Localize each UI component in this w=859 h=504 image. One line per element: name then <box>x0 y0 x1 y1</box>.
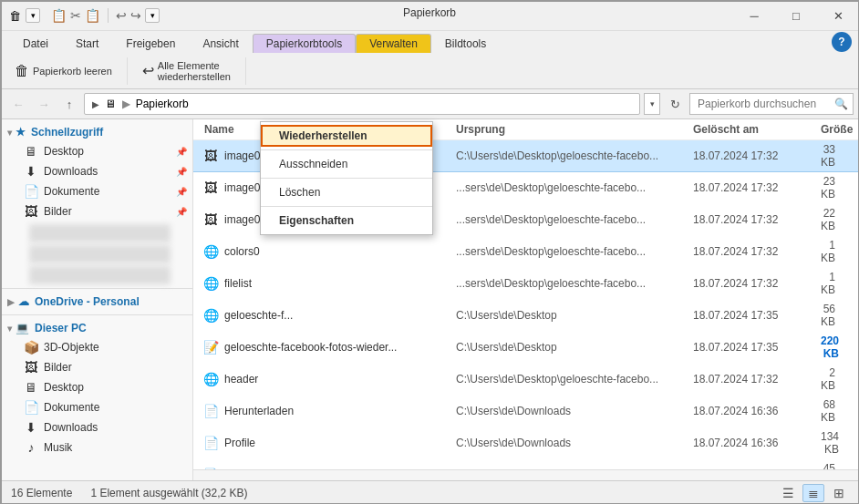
table-row[interactable]: 🌐 header C:\Users\de\Desktop\geloeschte-… <box>193 364 859 396</box>
table-row[interactable]: 🌐 filelist ...sers\de\Desktop\geloeschte… <box>193 268 859 300</box>
col-header-deleted[interactable]: Gelöscht am <box>693 123 821 136</box>
file-name: geloeschte-facebook-fotos-wieder... <box>224 341 456 354</box>
file-deleted: 18.07.2024 17:35 <box>693 309 821 322</box>
tb-dropdown[interactable]: ▾ <box>145 8 160 23</box>
maximize-button[interactable]: □ <box>775 2 817 30</box>
view-large-button[interactable]: ⊞ <box>828 484 850 502</box>
col-header-origin[interactable]: Ursprung <box>456 123 693 136</box>
ctx-divider-3 <box>261 206 432 207</box>
downloads-icon: ⬇ <box>24 164 38 179</box>
file-origin: C:\Users\de\Downloads <box>456 437 693 449</box>
sidebar-item-dokumente[interactable]: 📄 Dokumente 📌 <box>2 181 192 201</box>
ctx-loeschen[interactable]: Löschen <box>261 181 432 203</box>
dokumente-icon: 📄 <box>24 184 38 199</box>
sidebar-section-onedrive[interactable]: ▶ ☁ OneDrive - Personal <box>2 293 192 311</box>
minimize-button[interactable]: ─ <box>733 2 775 30</box>
table-row[interactable]: 📝 geloeschte-facebook-fotos-wieder... C:… <box>193 332 859 364</box>
file-size: 1 KB <box>821 239 854 264</box>
sidebar-section-schnellzugriff[interactable]: ▾ ★ Schnellzugriff <box>2 123 192 141</box>
musik-icon: ♪ <box>24 440 38 455</box>
tab-papierkorbtools[interactable]: Papierkorbtools <box>253 34 356 53</box>
file-icon: 🖼 <box>201 211 221 228</box>
file-icon: 🌐 <box>201 275 221 292</box>
table-row[interactable]: 🌐 colors0 ...sers\de\Desktop\geloeschte-… <box>193 236 859 268</box>
search-input[interactable] <box>689 93 854 115</box>
view-details-button[interactable]: ≣ <box>802 484 824 502</box>
downloads-pin-icon: 📌 <box>176 167 187 177</box>
star-icon: ★ <box>16 126 26 139</box>
sidebar-item-bilder-pc[interactable]: 🖼 Bilder <box>2 357 192 377</box>
tb-icon-2: ✂ <box>70 8 81 23</box>
file-icon: 📄 <box>201 435 221 451</box>
status-count: 16 Elemente <box>11 487 72 499</box>
file-icon: 🖼 <box>201 148 221 164</box>
context-menu: Wiederherstellen Ausschneiden Löschen Ei… <box>260 121 433 235</box>
table-row[interactable]: 📄 ≡ C:\Users\de\Downloads 18.07.2024 16:… <box>193 459 859 469</box>
file-icon: 📄 <box>201 403 221 419</box>
ribbon-papierkorb-leeren[interactable]: 🗑 Papierkorb leeren <box>7 60 119 82</box>
table-row[interactable]: 📄 Profile C:\Users\de\Downloads 18.07.20… <box>193 427 859 459</box>
back-button[interactable]: ← <box>7 93 29 115</box>
view-list-button[interactable]: ☰ <box>777 484 799 502</box>
refresh-button[interactable]: ↻ <box>664 93 686 115</box>
table-row[interactable]: 🌐 geloeschte-f... C:\Users\de\Desktop 18… <box>193 300 859 332</box>
path-current: Papierkorb <box>136 98 189 110</box>
tab-datei[interactable]: Datei <box>9 34 62 53</box>
search-wrapper: 🔍 <box>689 93 854 115</box>
file-origin: C:\Users\de\Desktop <box>456 341 693 354</box>
file-name: filelist <box>224 277 456 290</box>
sidebar-section-dieser-pc[interactable]: ▾ 💻 Dieser PC <box>2 319 192 337</box>
horizontal-scrollbar[interactable] <box>193 469 859 480</box>
sidebar-item-downloads-pc[interactable]: ⬇ Downloads <box>2 417 192 437</box>
ctx-ausschneiden[interactable]: Ausschneiden <box>261 153 432 175</box>
sidebar-item-3d-objekte[interactable]: 📦 3D-Objekte <box>2 337 192 357</box>
tab-verwalten[interactable]: Verwalten <box>356 34 431 53</box>
ctx-divider-1 <box>261 149 432 150</box>
file-deleted: 18.07.2024 17:32 <box>693 181 821 194</box>
address-path[interactable]: ▶ 🖥 ▶ Papierkorb <box>84 93 640 115</box>
sidebar-item-downloads[interactable]: ⬇ Downloads 📌 <box>2 161 192 181</box>
tab-bildtools[interactable]: Bildtools <box>431 34 500 53</box>
search-icon: 🔍 <box>834 98 848 110</box>
ctx-wiederherstellen[interactable]: Wiederherstellen <box>261 125 432 147</box>
status-bar: 16 Elemente 1 Element ausgewählt (32,2 K… <box>2 480 859 504</box>
bilder-icon: 🖼 <box>24 204 38 219</box>
file-origin: ...sers\de\Desktop\geloeschte-facebo... <box>456 213 693 226</box>
tab-freigeben[interactable]: Freigeben <box>112 34 189 53</box>
file-deleted: 18.07.2024 16:36 <box>693 405 821 417</box>
file-name: Profile <box>224 437 456 449</box>
downloads-label: Downloads <box>44 165 98 178</box>
onedrive-cloud-icon: ☁ <box>18 295 29 308</box>
dokumente-pc-icon: 📄 <box>24 400 38 415</box>
forward-button[interactable]: → <box>33 93 55 115</box>
desktop-icon: 🖥 <box>24 144 38 159</box>
tab-ansicht[interactable]: Ansicht <box>189 34 252 53</box>
title-bar-title: Papierkorb <box>403 6 456 19</box>
file-size: 2 KB <box>821 366 854 392</box>
table-row[interactable]: 📄 Herunterladen C:\Users\de\Downloads 18… <box>193 396 859 427</box>
file-deleted: 18.07.2024 16:36 <box>693 437 821 449</box>
sidebar-item-musik[interactable]: ♪ Musik <box>2 437 192 458</box>
address-bar: ← → ↑ ▶ 🖥 ▶ Papierkorb ▾ ↻ 🔍 <box>2 89 859 120</box>
sidebar-item-dokumente-pc[interactable]: 📄 Dokumente <box>2 397 192 417</box>
path-icon: ▶ <box>92 99 99 109</box>
file-size: 68 KB <box>821 398 854 424</box>
sidebar-blurred-2 <box>29 245 171 263</box>
ribbon-alle-wiederherstellen[interactable]: ↩ Alle Elementewiederherstellen <box>135 57 238 85</box>
col-header-size[interactable]: Größe <box>821 123 859 136</box>
sidebar-item-desktop[interactable]: 🖥 Desktop 📌 <box>2 141 192 161</box>
chevron-icon: ▾ <box>7 128 12 138</box>
dropdown-btn[interactable]: ▾ <box>644 93 660 115</box>
quick-access-btn[interactable]: ▾ <box>26 8 40 23</box>
ctx-eigenschaften[interactable]: Eigenschaften <box>261 210 432 231</box>
bilder-pc-icon: 🖼 <box>24 360 38 375</box>
help-icon[interactable]: ? <box>832 32 852 52</box>
sidebar-item-bilder[interactable]: 🖼 Bilder 📌 <box>2 201 192 221</box>
close-button[interactable]: ✕ <box>817 2 859 30</box>
up-button[interactable]: ↑ <box>58 93 80 115</box>
bilder-pin-icon: 📌 <box>176 207 187 217</box>
file-name: geloeschte-f... <box>224 309 456 322</box>
tab-start[interactable]: Start <box>62 34 112 53</box>
file-origin: C:\Users\de\Desktop\geloeschte-facebo... <box>456 373 693 386</box>
sidebar-item-desktop-pc[interactable]: 🖥 Desktop <box>2 377 192 397</box>
